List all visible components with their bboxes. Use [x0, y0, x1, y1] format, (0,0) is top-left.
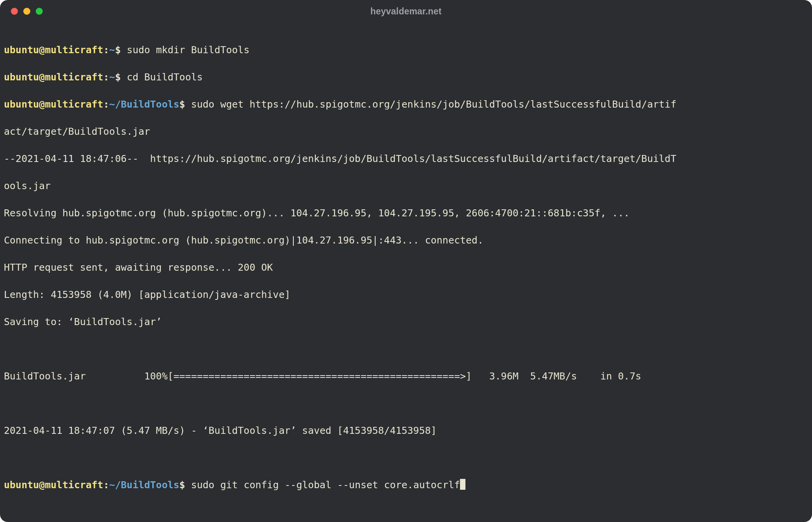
prompt-host: multicraft	[45, 71, 103, 83]
close-icon[interactable]	[11, 8, 18, 15]
output-line: Connecting to hub.spigotmc.org (hub.spig…	[4, 233, 808, 247]
minimize-icon[interactable]	[23, 8, 30, 15]
traffic-lights	[11, 8, 43, 15]
prompt-user: ubuntu	[4, 99, 39, 110]
prompt-line: ubuntu@multicraft:~$ cd BuildTools	[4, 70, 808, 84]
maximize-icon[interactable]	[36, 8, 43, 15]
output-line	[4, 397, 808, 410]
prompt-at: @	[39, 479, 45, 491]
prompt-line: ubuntu@multicraft:~$ sudo mkdir BuildToo…	[4, 43, 808, 57]
command-text: sudo git config --global --unset core.au…	[191, 479, 460, 491]
prompt-host: multicraft	[45, 44, 103, 56]
prompt-line: ubuntu@multicraft:~/BuildTools$ sudo git…	[4, 478, 808, 492]
prompt-path: /BuildTools	[115, 479, 179, 491]
output-line: BuildTools.jar 100%[====================…	[4, 369, 808, 383]
prompt-tilde: ~	[109, 71, 115, 83]
prompt-host: multicraft	[45, 479, 103, 491]
prompt-dollar: $	[179, 99, 191, 110]
prompt-colon: :	[103, 71, 109, 83]
prompt-user: ubuntu	[4, 479, 39, 491]
prompt-dollar: $	[115, 44, 127, 56]
prompt-colon: :	[103, 479, 109, 491]
output-line: Length: 4153958 (4.0M) [application/java…	[4, 288, 808, 301]
output-line: --2021-04-11 18:47:06-- https://hub.spig…	[4, 152, 808, 165]
cursor-icon	[460, 479, 465, 490]
prompt-at: @	[39, 71, 45, 83]
prompt-tilde: ~	[109, 44, 115, 56]
prompt-at: @	[39, 44, 45, 56]
prompt-path: /BuildTools	[115, 99, 179, 110]
prompt-tilde: ~	[109, 479, 115, 491]
command-wrap: act/target/BuildTools.jar	[4, 125, 808, 138]
output-line	[4, 342, 808, 356]
output-line: HTTP request sent, awaiting response... …	[4, 261, 808, 274]
output-line: Saving to: ‘BuildTools.jar’	[4, 315, 808, 329]
prompt-colon: :	[103, 99, 109, 110]
prompt-tilde: ~	[109, 99, 115, 110]
output-line: ools.jar	[4, 179, 808, 193]
window-title: heyvaldemar.net	[370, 6, 441, 17]
prompt-user: ubuntu	[4, 71, 39, 83]
output-line: Resolving hub.spigotmc.org (hub.spigotmc…	[4, 206, 808, 220]
terminal-window: heyvaldemar.net ubuntu@multicraft:~$ sud…	[0, 0, 812, 522]
prompt-at: @	[39, 99, 45, 110]
prompt-line: ubuntu@multicraft:~/BuildTools$ sudo wge…	[4, 97, 808, 111]
titlebar: heyvaldemar.net	[0, 0, 812, 23]
prompt-dollar: $	[179, 479, 191, 491]
output-line	[4, 451, 808, 465]
command-text: sudo mkdir BuildTools	[127, 44, 249, 56]
prompt-colon: :	[103, 44, 109, 56]
command-text: cd BuildTools	[127, 71, 203, 83]
output-line: 2021-04-11 18:47:07 (5.47 MB/s) - ‘Build…	[4, 424, 808, 437]
command-text: sudo wget https://hub.spigotmc.org/jenki…	[191, 99, 676, 110]
prompt-host: multicraft	[45, 99, 103, 110]
terminal-body[interactable]: ubuntu@multicraft:~$ sudo mkdir BuildToo…	[0, 23, 812, 522]
prompt-dollar: $	[115, 71, 127, 83]
prompt-user: ubuntu	[4, 44, 39, 56]
